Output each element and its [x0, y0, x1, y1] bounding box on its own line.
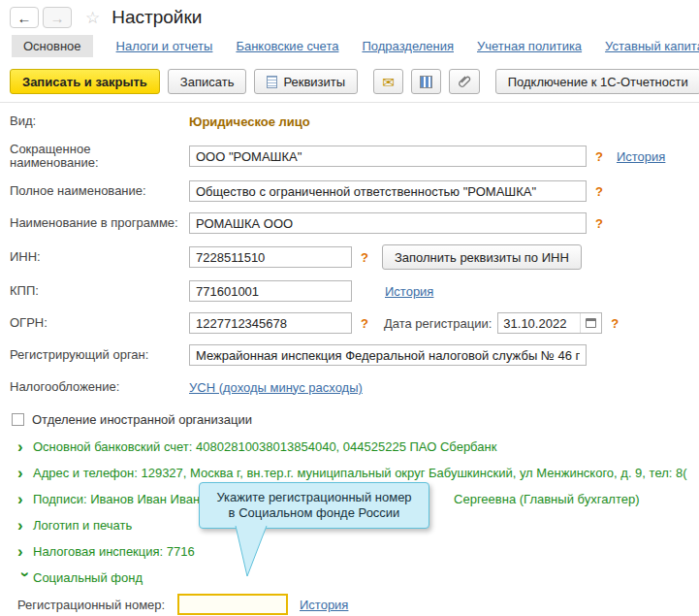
kind-row: Вид: Юридическое лицо [10, 111, 689, 132]
foreign-branch-row: Отделение иностранной организации [10, 408, 689, 430]
reg-authority-input[interactable] [189, 344, 587, 366]
section-address-label: Адрес и телефон: 129327, Москва г, вн.те… [33, 466, 687, 480]
short-name-history-link[interactable]: История [617, 149, 665, 164]
tooltip-line1: Укажите регистрационный номер [209, 490, 419, 505]
app-name-label: Наименование в программе: [10, 216, 189, 230]
reg-authority-label: Регистрирующий орган: [10, 348, 189, 362]
chevron-down-icon: › [17, 571, 34, 587]
save-button[interactable]: Записать [168, 69, 247, 94]
calendar-glyph [586, 318, 596, 328]
kpp-row: КПП: История [10, 280, 689, 302]
app-name-input[interactable] [189, 212, 587, 234]
tab-bankovskie-scheta[interactable]: Банковские счета [236, 39, 338, 53]
kpp-history-link[interactable]: История [385, 284, 433, 299]
section-tax-office-label: Налоговая инспекция: 7716 [33, 544, 195, 559]
help-icon[interactable]: ? [595, 149, 603, 164]
section-tax-office[interactable]: › Налоговая инспекция: 7716 [10, 538, 689, 565]
foreign-org-checkbox[interactable] [12, 413, 24, 426]
social-fund-tooltip: Укажите регистрационный номер в Социальн… [199, 482, 429, 529]
help-icon[interactable]: ? [611, 316, 619, 331]
short-name-row: Сокращенное наименование: ? История [10, 143, 689, 170]
tab-nalogi-i-otchety[interactable]: Налоги и отчеты [116, 39, 213, 53]
ogrn-label: ОГРН: [10, 316, 189, 330]
requisites-label: Реквизиты [283, 75, 345, 89]
section-bank-label: Основной банковский счет: 40802810038013… [33, 439, 496, 454]
tab-bar: Основное Налоги и отчеты Банковские счет… [0, 33, 699, 63]
tab-uchetnaya-politika[interactable]: Учетная политика [477, 39, 582, 53]
reg-date-field [497, 312, 602, 334]
save-and-close-button[interactable]: Записать и закрыть [10, 69, 160, 94]
document-icon [267, 76, 277, 88]
help-icon[interactable]: ? [595, 184, 603, 199]
section-logo-label: Логотип и печать [33, 518, 132, 533]
forward-button[interactable]: → [43, 7, 72, 28]
tooltip-tail [235, 526, 279, 578]
inn-row: ИНН: ? Заполнить реквизиты по ИНН [10, 244, 689, 270]
foreign-org-label: Отделение иностранной организации [32, 412, 252, 427]
full-name-label: Полное наименование: [10, 184, 189, 198]
report-button[interactable] [411, 69, 441, 94]
back-button[interactable]: ← [10, 7, 39, 28]
help-icon[interactable]: ? [595, 216, 603, 231]
tab-podrazdeleniya[interactable]: Подразделения [362, 39, 454, 53]
tab-ustavnyy-kapital[interactable]: Уставный капитал [605, 39, 699, 53]
registration-number-input[interactable] [177, 594, 288, 615]
short-name-label: Сокращенное наименование: [10, 143, 189, 170]
registration-number-row: Регистрационный номер: История [10, 594, 689, 615]
page-title: Настройки [111, 7, 202, 28]
reg-date-label: Дата регистрации: [384, 316, 492, 331]
help-icon[interactable]: ? [361, 250, 368, 265]
full-name-row: Полное наименование: ? [10, 180, 689, 202]
fill-by-inn-button[interactable]: Заполнить реквизиты по ИНН [382, 244, 582, 270]
reg-authority-row: Регистрирующий орган: [10, 344, 689, 366]
app-name-row: Наименование в программе: ? [10, 212, 689, 234]
chevron-right-icon: › [17, 517, 33, 534]
chevron-right-icon: › [17, 543, 33, 560]
report-columns-icon [420, 76, 432, 88]
taxation-row: Налогообложение: УСН (доходы минус расхо… [10, 376, 689, 398]
section-bank-account[interactable]: › Основной банковский счет: 408028100380… [10, 434, 689, 460]
attachments-button[interactable] [449, 69, 480, 94]
paperclip-icon [458, 75, 471, 88]
taxation-link[interactable]: УСН (доходы минус расходы) [189, 380, 363, 395]
inn-input[interactable] [189, 246, 352, 268]
ogrn-input[interactable] [189, 312, 352, 334]
envelope-icon: ✉ [382, 75, 395, 89]
section-social-fund-label: Социальный фонд [33, 570, 143, 585]
registration-number-history-link[interactable]: История [300, 598, 348, 612]
connect-1c-reporting-button[interactable]: Подключение к 1С-Отчетности [495, 69, 699, 94]
tooltip-line2: в Социальном фонде России [209, 505, 419, 521]
ogrn-row: ОГРН: ? Дата регистрации: ? [10, 312, 689, 334]
inn-label: ИНН: [10, 250, 189, 264]
short-name-input[interactable] [189, 146, 587, 167]
kind-value: Юридическое лицо [189, 114, 310, 129]
chevron-right-icon: › [17, 465, 33, 481]
help-icon[interactable]: ? [361, 316, 368, 331]
chevron-right-icon: › [17, 438, 33, 455]
titlebar: ← → ☆ Настройки [0, 0, 699, 33]
kind-label: Вид: [10, 114, 189, 128]
full-name-input[interactable] [189, 180, 587, 202]
toolbar: Записать и закрыть Записать Реквизиты ✉ … [0, 63, 699, 103]
settings-window: ← → ☆ Настройки Основное Налоги и отчеты… [0, 0, 699, 616]
taxation-label: Налогообложение: [10, 380, 189, 394]
tab-osnovnoe[interactable]: Основное [12, 35, 93, 57]
registration-number-label: Регистрационный номер: [17, 598, 177, 612]
calendar-icon[interactable] [580, 313, 601, 333]
section-signatures-label-right: Сергеевна (Главный бухгалтер) [454, 492, 639, 506]
favorite-star-icon[interactable]: ☆ [85, 8, 100, 28]
reg-date-input[interactable] [498, 314, 580, 332]
section-social-fund[interactable]: › Социальный фонд [10, 565, 689, 591]
requisites-button[interactable]: Реквизиты [254, 69, 358, 94]
chevron-right-icon: › [17, 491, 33, 507]
organization-form: Вид: Юридическое лицо Сокращенное наимен… [0, 103, 699, 616]
kpp-label: КПП: [10, 284, 189, 298]
send-mail-button[interactable]: ✉ [373, 69, 403, 94]
section-signatures-label-left: Подписи: Иванов Иван Иван [33, 492, 200, 506]
kpp-input[interactable] [189, 280, 352, 302]
